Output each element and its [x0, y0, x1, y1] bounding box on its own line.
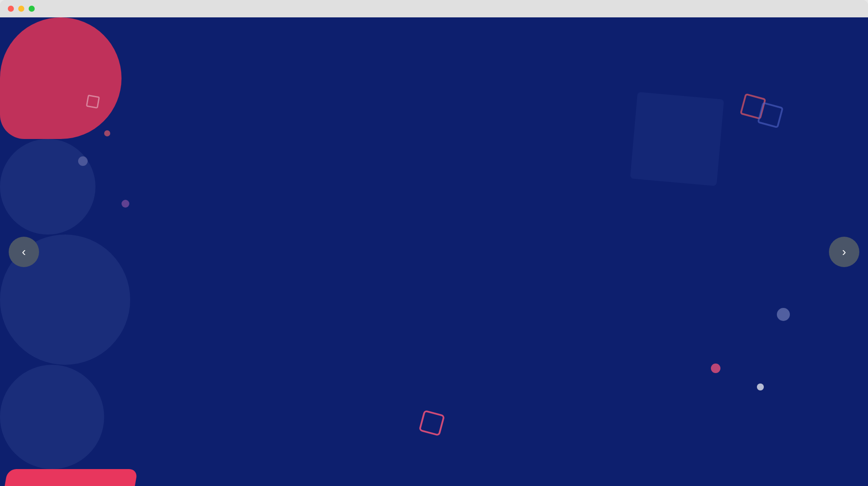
- deco-dot-2: [78, 156, 88, 166]
- bg-pink-bottom-right: [0, 469, 138, 486]
- window-chrome: [0, 0, 868, 17]
- traffic-light-maximize[interactable]: [29, 6, 35, 12]
- bg-dark-blob-tr: [0, 139, 95, 235]
- traffic-light-close[interactable]: [8, 6, 14, 12]
- deco-dot-1: [104, 130, 110, 136]
- bg-dark-blob-bl: [0, 365, 104, 469]
- deco-dot-right-3: [777, 308, 790, 321]
- app-container: cognician Security Maturity Quest My Cha…: [0, 17, 868, 486]
- deco-dot-3: [122, 200, 129, 208]
- deco-square-bottom-center: [418, 410, 445, 436]
- bg-pink-blob: [0, 17, 122, 139]
- nav-arrow-right[interactable]: ›: [829, 237, 859, 267]
- deco-square-1: [86, 95, 100, 109]
- deco-rect-tr: [630, 92, 724, 186]
- deco-dot-right-2: [711, 364, 720, 373]
- traffic-light-minimize[interactable]: [18, 6, 24, 12]
- nav-arrow-left[interactable]: ‹: [9, 237, 39, 267]
- deco-dot-right-1: [757, 384, 764, 390]
